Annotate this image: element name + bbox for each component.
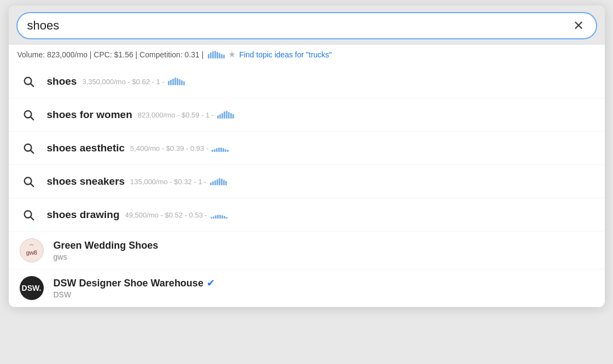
results-list: shoes 3,350,000/mo - $0.62 - 1 - (9, 65, 605, 307)
avatar: DSW. (20, 276, 44, 300)
result-text-group: shoes drawing 49,500/mo - $0.52 - 0.53 - (47, 209, 227, 221)
brand-item[interactable]: DSW. DSW Designer Shoe Warehouse ✔ DSW (9, 269, 605, 307)
mini-bar-chart-stats (208, 51, 225, 58)
stats-text: Volume: 823,000/mo | CPC: $1.56 | Compet… (17, 50, 204, 59)
list-item[interactable]: shoes 3,350,000/mo - $0.62 - 1 - (9, 65, 605, 98)
result-meta: 5,400/mo - $0.39 - 0.93 - (130, 144, 229, 152)
search-icon (20, 206, 37, 224)
search-icon (20, 173, 37, 190)
brand-name: Green Wedding Shoes (54, 240, 159, 251)
result-text-group: shoes 3,350,000/mo - $0.62 - 1 - (47, 75, 185, 87)
mini-bar-chart (211, 211, 227, 219)
brand-info: DSW Designer Shoe Warehouse ✔ DSW (54, 277, 215, 299)
verified-icon: ✔ (207, 277, 215, 289)
svg-line-5 (31, 151, 33, 154)
mini-bar-chart (217, 111, 234, 119)
svg-point-4 (24, 144, 31, 151)
result-keyword: shoes aesthetic (47, 142, 125, 154)
mini-bar-chart (168, 78, 185, 85)
list-item[interactable]: shoes aesthetic 5,400/mo - $0.39 - 0.93 … (9, 132, 605, 165)
svg-line-1 (31, 84, 33, 87)
brand-name: DSW Designer Shoe Warehouse (54, 278, 203, 289)
topic-ideas-link[interactable]: Find topic ideas for "trucks" (239, 50, 331, 59)
svg-line-9 (31, 218, 33, 220)
star-icon[interactable]: ★ (228, 49, 236, 60)
list-item[interactable]: shoes for women 823,000/mo - $0.59 - 1 - (9, 98, 605, 132)
search-icon (20, 106, 37, 124)
main-container: ✕ Volume: 823,000/mo | CPC: $1.56 | Comp… (9, 5, 605, 307)
brand-sub: DSW (54, 290, 215, 299)
svg-point-0 (24, 78, 31, 85)
mini-bar-chart (212, 144, 229, 152)
dsw-logo-text: DSW. (22, 284, 42, 292)
result-text-group: shoes aesthetic 5,400/mo - $0.39 - 0.93 … (47, 142, 229, 154)
list-item[interactable]: shoes drawing 49,500/mo - $0.52 - 0.53 - (9, 198, 605, 232)
brand-sub: gws (54, 253, 159, 261)
result-meta: 3,350,000/mo - $0.62 - 1 - (82, 78, 184, 86)
mini-bar-chart (210, 178, 227, 185)
result-keyword: shoes drawing (47, 209, 120, 221)
brand-info: Green Wedding Shoes gws (54, 240, 159, 261)
svg-line-3 (31, 118, 33, 120)
result-keyword: shoes for women (47, 109, 132, 121)
search-icon (20, 139, 37, 157)
brand-name-row: Green Wedding Shoes (54, 240, 159, 251)
svg-point-2 (24, 111, 31, 118)
search-bar: ✕ (16, 12, 597, 39)
svg-point-6 (24, 178, 31, 185)
clear-button[interactable]: ✕ (571, 19, 586, 32)
result-meta: 823,000/mo - $0.59 - 1 - (138, 111, 234, 119)
result-meta: 135,000/mo - $0.32 - 1 - (130, 178, 226, 186)
list-item[interactable]: shoes sneakers 135,000/mo - $0.32 - 1 - (9, 165, 605, 198)
svg-line-7 (31, 184, 33, 187)
result-text-group: shoes for women 823,000/mo - $0.59 - 1 - (47, 109, 235, 121)
result-text-group: shoes sneakers 135,000/mo - $0.32 - 1 - (47, 175, 227, 187)
result-keyword: shoes sneakers (47, 175, 125, 187)
brand-name-row: DSW Designer Shoe Warehouse ✔ (54, 277, 215, 289)
search-input[interactable] (27, 19, 565, 33)
result-meta: 49,500/mo - $0.52 - 0.53 - (125, 211, 227, 219)
brand-item[interactable]: ⌒ gw8 Green Wedding Shoes gws (9, 232, 605, 269)
search-bar-wrapper: ✕ (9, 5, 605, 45)
svg-point-8 (24, 211, 31, 218)
gws-text: gw8 (26, 250, 37, 256)
search-icon (20, 73, 37, 90)
stats-bar: Volume: 823,000/mo | CPC: $1.56 | Compet… (9, 45, 605, 65)
result-keyword: shoes (47, 75, 77, 87)
avatar: ⌒ gw8 (20, 238, 44, 262)
